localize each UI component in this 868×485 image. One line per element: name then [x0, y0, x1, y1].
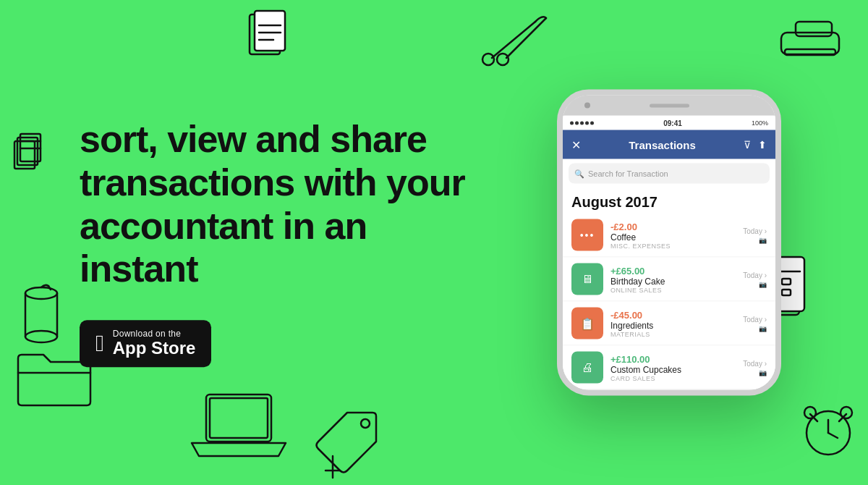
share-icon[interactable]: ⬆: [758, 139, 767, 151]
doodle-document-icon: [239, 7, 304, 72]
tx-right-4: Today › 📷: [743, 359, 767, 376]
svg-point-37: [841, 407, 852, 418]
app-store-top-text: Download on the: [113, 329, 182, 339]
tx-icon-4: 🖨: [571, 352, 603, 384]
tx-camera-icon-2: 📷: [759, 280, 767, 287]
tx-camera-icon-3: 📷: [759, 324, 767, 332]
transaction-item[interactable]: ••• -£2.00 Coffee MISC. EXPENSES Today ›…: [563, 214, 775, 258]
tx-date-2: Today ›: [743, 271, 767, 279]
svg-rect-16: [785, 49, 835, 55]
svg-point-38: [25, 287, 57, 299]
apple-icon: : [95, 332, 104, 355]
transaction-item[interactable]: 🖥 +£65.00 Birthday Cake ONLINE SALES Tod…: [563, 258, 775, 302]
doodle-laptop-icon: [188, 384, 289, 463]
headline: sort, view and share transactions with y…: [80, 118, 477, 291]
phone-mockup: 09:41 100% ✕ Transactions ⊽ ⬆ 🔍: [557, 90, 781, 396]
tx-date-3: Today ›: [743, 315, 767, 323]
left-content: sort, view and share transactions with y…: [80, 118, 477, 367]
status-time: 09:41: [663, 119, 682, 127]
tx-category-3: MATERIALS: [610, 330, 736, 337]
month-header: August 2017: [563, 188, 775, 214]
svg-line-11: [506, 18, 546, 58]
status-right: 100%: [752, 119, 768, 127]
tx-category-1: MISC. EXPENSES: [610, 242, 736, 249]
svg-point-36: [804, 407, 816, 418]
app-store-bottom-text: App Store: [113, 339, 196, 358]
phone-top-bar: [563, 96, 775, 116]
svg-line-33: [828, 433, 838, 438]
status-bar: 09:41 100%: [563, 116, 775, 130]
tx-name-4: Custom Cupcakes: [610, 364, 736, 374]
phone-frame: 09:41 100% ✕ Transactions ⊽ ⬆ 🔍: [557, 90, 781, 396]
tx-camera-icon-4: 📷: [759, 368, 767, 376]
transaction-item[interactable]: 🖨 +£110.00 Custom Cupcakes CARD SALES To…: [563, 346, 775, 390]
tx-amount-3: -£45.00: [610, 309, 736, 320]
tx-category-4: CARD SALES: [610, 374, 736, 381]
tx-right-3: Today › 📷: [743, 315, 767, 332]
tx-right-1: Today › 📷: [743, 227, 767, 243]
doodle-tools-icon: [477, 7, 564, 72]
phone-speaker: [650, 104, 689, 107]
nav-title: Transactions: [629, 138, 696, 151]
svg-rect-19: [210, 398, 268, 438]
tx-camera-icon-1: 📷: [759, 236, 767, 243]
doodle-can-icon: [14, 282, 69, 347]
tx-details-3: -£45.00 Ingredients MATERIALS: [610, 309, 736, 337]
tx-icon-2: 🖥: [571, 263, 603, 295]
tx-name-1: Coffee: [610, 232, 736, 242]
tx-amount-4: +£110.00: [610, 353, 736, 364]
svg-point-20: [361, 419, 370, 428]
tx-date-4: Today ›: [743, 359, 767, 367]
phone-screen: 09:41 100% ✕ Transactions ⊽ ⬆ 🔍: [563, 116, 775, 390]
search-icon: 🔍: [574, 169, 584, 178]
svg-line-42: [48, 286, 51, 290]
svg-point-12: [482, 54, 494, 65]
nav-action-icons: ⊽ ⬆: [744, 139, 767, 151]
filter-icon[interactable]: ⊽: [744, 139, 751, 151]
background: sort, view and share transactions with y…: [0, 0, 868, 485]
nav-bar: ✕ Transactions ⊽ ⬆: [563, 130, 775, 159]
svg-rect-6: [255, 11, 285, 51]
tx-icon-1: •••: [571, 219, 603, 251]
doodle-tag-icon: [311, 405, 383, 485]
svg-line-10: [492, 22, 535, 58]
tx-amount-1: -£2.00: [610, 221, 736, 232]
doodle-clock-icon: [796, 398, 861, 463]
tx-amount-2: +£65.00: [610, 265, 736, 276]
search-placeholder: Search for Transaction: [588, 169, 668, 178]
tx-name-3: Ingredients: [610, 320, 736, 330]
tx-right-2: Today › 📷: [743, 271, 767, 287]
svg-point-13: [497, 54, 509, 65]
signal-dots: [570, 121, 594, 125]
tx-details-1: -£2.00 Coffee MISC. EXPENSES: [610, 221, 736, 249]
app-store-button[interactable]:  Download on the App Store: [80, 320, 211, 366]
phone-camera: [584, 103, 590, 109]
svg-point-39: [25, 331, 57, 342]
battery-text: 100%: [752, 119, 768, 127]
nav-close-icon[interactable]: ✕: [571, 138, 581, 151]
tx-icon-3: 📋: [571, 308, 603, 340]
tx-name-2: Birthday Cake: [610, 276, 736, 286]
svg-rect-18: [206, 395, 271, 442]
search-bar[interactable]: 🔍 Search for Transaction: [569, 164, 770, 184]
tx-details-2: +£65.00 Birthday Cake ONLINE SALES: [610, 265, 736, 293]
tx-details-4: +£110.00 Custom Cupcakes CARD SALES: [610, 353, 736, 381]
doodle-stapler-icon: [774, 14, 846, 65]
tx-category-2: ONLINE SALES: [610, 286, 736, 293]
transaction-item[interactable]: 📋 -£45.00 Ingredients MATERIALS Today › …: [563, 302, 775, 346]
app-store-btn-text: Download on the App Store: [113, 329, 196, 358]
doodle-books-icon: [7, 130, 65, 188]
svg-rect-15: [796, 22, 832, 36]
tx-date-1: Today ›: [743, 227, 767, 235]
